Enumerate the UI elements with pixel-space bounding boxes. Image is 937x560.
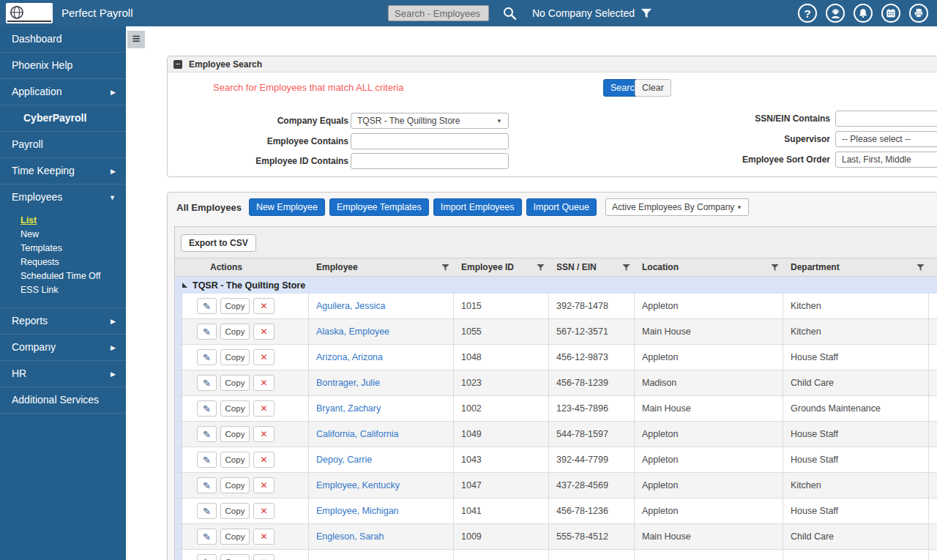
copy-button[interactable]: Copy [220, 298, 250, 314]
import-queue-button[interactable]: Import Queue [526, 198, 597, 216]
edit-button[interactable]: ✎ [197, 426, 217, 442]
copy-button[interactable]: Copy [220, 400, 250, 417]
edit-button[interactable]: ✎ [197, 400, 217, 417]
supervisor-select[interactable]: -- Please select -- ▼ [835, 131, 937, 147]
edit-button[interactable]: ✎ [197, 452, 217, 468]
copy-button[interactable]: Copy [220, 324, 250, 340]
global-search-input[interactable] [388, 5, 489, 21]
delete-button[interactable]: ✕ [253, 503, 275, 519]
table-row: ✎ Copy ✕ Engleson, Sarah 1009 555-78-451… [175, 524, 937, 550]
delete-button[interactable]: ✕ [253, 324, 275, 340]
delete-button[interactable]: ✕ [253, 477, 275, 493]
employee-view-select[interactable]: Active Employees By Company ▼ [605, 198, 749, 216]
sidebar-item-label: Reports [12, 315, 48, 326]
table-row: ✎ Copy ✕ Arizona, Arizona 1048 456-12-98… [175, 345, 937, 370]
edit-button[interactable]: ✎ [197, 349, 217, 365]
sidebar-toggle-button[interactable]: ≡ [127, 31, 145, 48]
employee-link[interactable]: Aguilera, Jessica [309, 301, 386, 311]
export-csv-button[interactable]: Export to CSV [181, 234, 256, 252]
sidebar-item-phoenix-help[interactable]: Phoenix Help [0, 53, 126, 79]
employee-link[interactable]: Bryant, Zachary [309, 403, 381, 414]
delete-button[interactable]: ✕ [253, 426, 275, 442]
employee-link[interactable]: California, California [309, 429, 399, 439]
company-filter-icon[interactable] [641, 7, 652, 19]
ssn-ein-contains-input[interactable] [835, 111, 937, 127]
print-button[interactable] [909, 4, 928, 23]
sidebar-item-dashboard[interactable]: Dashboard [0, 26, 126, 53]
submenu-item-new[interactable]: New [20, 228, 126, 242]
employee-templates-button[interactable]: Employee Templates [329, 198, 429, 216]
copy-button[interactable]: Copy [220, 554, 250, 560]
delete-button[interactable]: ✕ [253, 375, 275, 391]
delete-button[interactable]: ✕ [253, 400, 275, 417]
edit-button[interactable]: ✎ [197, 529, 217, 545]
company-selector[interactable]: No Company Selected [532, 0, 635, 26]
filter-icon[interactable] [917, 264, 925, 272]
employees-toolbar: All Employees New Employee Employee Temp… [176, 198, 749, 216]
company-equals-label: Company Equals [239, 116, 348, 126]
copy-button[interactable]: Copy [220, 452, 250, 468]
submenu-item-requests[interactable]: Requests [20, 255, 126, 269]
sidebar-item-cyberpayroll[interactable]: CyberPayroll [0, 105, 126, 132]
sidebar-item-additional-services[interactable]: Additional Services [0, 387, 126, 414]
submenu-item-ess-link[interactable]: ESS Link [20, 283, 126, 297]
company-equals-select[interactable]: TQSR - The Quilting Store ▼ [351, 113, 509, 129]
calendar-button[interactable] [881, 4, 900, 23]
copy-button[interactable]: Copy [220, 477, 250, 493]
filter-icon[interactable] [537, 264, 545, 272]
employee-link[interactable]: Employee, Michigan [309, 506, 399, 516]
hamburger-icon: ≡ [132, 31, 140, 46]
search-icon[interactable] [502, 6, 517, 20]
edit-button[interactable]: ✎ [197, 375, 217, 391]
employee-link[interactable]: Employee, Kentucky [309, 480, 400, 490]
employee-link[interactable]: Engleson, Sarah [309, 531, 384, 542]
filter-icon[interactable] [771, 264, 779, 272]
sidebar-item-hr[interactable]: HR▶ [0, 361, 126, 387]
submenu-item-list[interactable]: List [20, 214, 126, 228]
employee-link[interactable]: Depoy, Carrie [309, 455, 372, 465]
company-group-row[interactable]: TQSR - The Quilting Store [175, 277, 937, 294]
employee-contains-input[interactable] [351, 133, 509, 149]
employee-link[interactable]: Arizona, Arizona [309, 352, 383, 362]
submenu-item-scheduled-time-off[interactable]: Scheduled Time Off [20, 269, 126, 283]
new-employee-button[interactable]: New Employee [249, 198, 325, 216]
edit-button[interactable]: ✎ [197, 324, 217, 340]
row-actions: ✎ Copy ✕ [182, 294, 309, 318]
delete-button[interactable]: ✕ [253, 554, 275, 560]
copy-button[interactable]: Copy [220, 529, 250, 545]
copy-button[interactable]: Copy [220, 375, 250, 391]
delete-button[interactable]: ✕ [253, 298, 275, 314]
sidebar-item-payroll[interactable]: Payroll [0, 132, 126, 158]
filter-icon[interactable] [441, 264, 449, 272]
submenu-item-templates[interactable]: Templates [20, 242, 126, 255]
department-cell: Kitchen [783, 294, 929, 318]
copy-button[interactable]: Copy [220, 426, 250, 442]
sidebar-item-employees[interactable]: Employees▼ [0, 184, 126, 211]
edit-button[interactable]: ✎ [197, 477, 217, 493]
employee-id-contains-input[interactable] [351, 153, 509, 169]
filter-icon[interactable] [622, 264, 630, 272]
sidebar-item-time-keeping[interactable]: Time Keeping▶ [0, 158, 126, 184]
employee-link[interactable]: Bontrager, Julie [309, 378, 380, 388]
copy-button[interactable]: Copy [220, 503, 250, 519]
import-employees-button[interactable]: Import Employees [433, 198, 522, 216]
collapse-panel-button[interactable]: – [173, 60, 182, 69]
notifications-button[interactable] [854, 4, 873, 23]
delete-button[interactable]: ✕ [253, 529, 275, 545]
delete-button[interactable]: ✕ [253, 452, 275, 468]
help-button[interactable]: ? [798, 4, 817, 23]
employee-link[interactable]: Alaska, Employee [309, 326, 389, 337]
group-indent-cell [175, 345, 182, 370]
copy-button[interactable]: Copy [220, 349, 250, 365]
edit-button[interactable]: ✎ [197, 554, 217, 560]
employee-sort-order-select[interactable]: Last, First, Middle ▼ [835, 152, 937, 168]
sidebar-item-company[interactable]: Company▶ [0, 335, 126, 361]
sidebar-item-application[interactable]: Application▶ [0, 79, 126, 105]
clear-button[interactable]: Clear [635, 79, 671, 97]
sidebar-item-reports[interactable]: Reports▶ [0, 308, 126, 335]
support-button[interactable] [826, 4, 845, 23]
edit-button[interactable]: ✎ [197, 298, 217, 314]
edit-button[interactable]: ✎ [197, 503, 217, 519]
delete-button[interactable]: ✕ [253, 349, 275, 365]
department-cell [783, 550, 929, 560]
